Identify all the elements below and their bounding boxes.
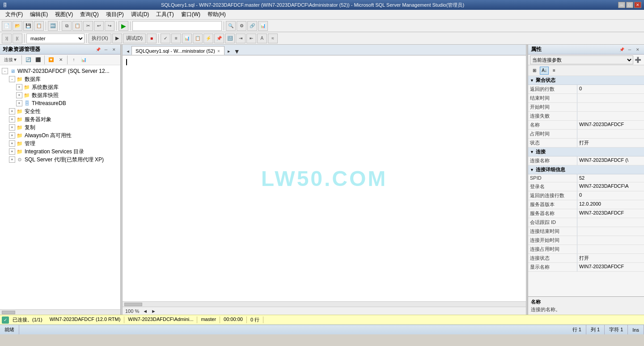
oe-unpin-btn[interactable]: ─ xyxy=(102,46,110,53)
editor-tab-close[interactable]: × xyxy=(217,49,220,54)
tree-db-snapshot[interactable]: + 📁 数据库快照 xyxy=(0,91,120,99)
tree-sys-db[interactable]: + 📁 系统数据库 xyxy=(0,83,120,91)
undo-btn[interactable]: ↩ xyxy=(94,21,104,31)
footer-left-arrow[interactable]: ◄ xyxy=(143,308,148,314)
oe-clear-filter-btn[interactable]: ✕ xyxy=(56,56,65,64)
footer-right-arrow[interactable]: ► xyxy=(151,308,156,314)
menu-tools[interactable]: 工具(T) xyxy=(153,10,177,19)
menu-file[interactable]: 文件(F) xyxy=(2,10,26,19)
sqlagent-expand-icon[interactable]: + xyxy=(9,156,15,163)
redo-btn[interactable]: ↪ xyxy=(105,21,114,31)
section-connection-header[interactable]: ▼ 连接 xyxy=(528,148,644,156)
oe-close-btn[interactable]: ✕ xyxy=(110,46,118,53)
oe-refresh-btn[interactable]: 🔄 xyxy=(24,56,33,64)
editor-tab-active[interactable]: SQLQuery1.sql - W...ministrator (52) × xyxy=(131,46,225,55)
editor-scroll-thumb[interactable] xyxy=(124,303,142,306)
menu-window[interactable]: 窗口(W) xyxy=(178,10,204,19)
search-input[interactable] xyxy=(132,21,222,31)
management-expand-icon[interactable]: + xyxy=(9,140,15,147)
debug-label-btn[interactable]: 调试(D) xyxy=(123,34,146,43)
toolbar-btn-extra2[interactable]: ⚙ xyxy=(237,21,246,31)
integration-expand-icon[interactable]: + xyxy=(9,148,15,155)
security-expand-icon[interactable]: + xyxy=(9,108,15,114)
tb2-btn11[interactable]: ⇤ xyxy=(246,34,256,43)
tree-thdb[interactable]: + 🗄 THtreasureDB xyxy=(0,99,120,107)
prop-close-btn[interactable]: ✕ xyxy=(634,46,641,53)
toolbar-btn-extra3[interactable]: 🔗 xyxy=(247,21,257,31)
prop-unpin-btn[interactable]: ─ xyxy=(626,46,633,53)
menu-view[interactable]: 视图(V) xyxy=(51,10,76,19)
tb2-btn6[interactable]: 📋 xyxy=(193,34,203,43)
snapshot-expand-icon[interactable]: + xyxy=(16,92,22,98)
prop-props-btn[interactable]: ≡ xyxy=(550,67,559,75)
tb2-btn5[interactable]: 📊 xyxy=(182,34,192,43)
prop-categorized-btn[interactable]: ⊞ xyxy=(530,67,539,75)
toolbar-btn-extra4[interactable]: 📊 xyxy=(258,21,268,31)
oe-report-btn[interactable]: 📊 xyxy=(79,56,88,64)
tb2-btn7[interactable]: ⚡ xyxy=(203,34,213,43)
prop-connection-selector[interactable]: 当前连接参数 xyxy=(530,55,633,64)
minimize-button[interactable]: ─ xyxy=(618,2,625,8)
oe-scrollbar[interactable] xyxy=(0,309,120,315)
tb2-btn4[interactable]: ≡ xyxy=(171,34,181,43)
tree-alwayson[interactable]: + 📁 AlwaysOn 高可用性 xyxy=(0,131,120,139)
oe-pin-btn[interactable]: 📌 xyxy=(94,46,102,53)
paste-btn[interactable]: 📋 xyxy=(72,21,82,31)
maximize-button[interactable]: □ xyxy=(626,2,633,8)
databases-expand-icon[interactable]: - xyxy=(9,76,15,82)
tree-management[interactable]: + 📁 管理 xyxy=(0,139,120,148)
oe-filter-btn[interactable]: 🔽 xyxy=(47,56,55,64)
oe-scroll-thumb[interactable] xyxy=(2,311,15,314)
stop-btn[interactable]: ■ xyxy=(147,34,157,43)
menu-edit[interactable]: 编辑(E) xyxy=(26,10,51,19)
menu-help[interactable]: 帮助(H) xyxy=(204,10,229,19)
tb2-btn12[interactable]: A xyxy=(257,34,267,43)
replication-expand-icon[interactable]: + xyxy=(9,124,15,131)
section-aggregate-header[interactable]: ▼ 聚合状态 xyxy=(528,76,644,85)
play-btn[interactable]: ▶ xyxy=(119,21,128,31)
save-btn[interactable]: 💾 xyxy=(23,21,33,31)
tb2-btn13[interactable]: ≈ xyxy=(268,34,278,43)
section-conn-detail-header[interactable]: ▼ 连接详细信息 xyxy=(528,165,644,174)
copy-btn[interactable]: ⧉ xyxy=(62,21,72,31)
tb2-btn2[interactable]: |⟨ xyxy=(13,34,22,43)
tab-left-btn[interactable]: ◄ xyxy=(124,48,131,55)
tb2-btn1[interactable]: ⟩| xyxy=(2,34,12,43)
new-query-btn2[interactable]: 🔤 xyxy=(48,21,58,31)
tb2-btn3[interactable]: ✓ xyxy=(161,34,170,43)
tab-add-btn[interactable]: ▼ xyxy=(233,48,241,55)
tb2-btn8[interactable]: 📌 xyxy=(214,34,224,43)
thdb-expand-icon[interactable]: + xyxy=(16,100,22,106)
tree-sqlagent[interactable]: + ⚙ SQL Server 代理(已禁用代理 XP) xyxy=(0,156,120,164)
server-obj-expand-icon[interactable]: + xyxy=(9,116,15,122)
sys-db-expand-icon[interactable]: + xyxy=(16,84,22,90)
oe-collapse-btn[interactable]: ↑ xyxy=(69,56,78,64)
tree-databases[interactable]: - 📁 数据库 xyxy=(0,75,120,83)
database-selector[interactable]: master xyxy=(26,34,85,43)
save-all-btn[interactable]: 📋 xyxy=(34,21,44,31)
tree-server-obj[interactable]: + 📁 服务器对象 xyxy=(0,115,120,123)
menu-debug[interactable]: 调试(D) xyxy=(127,10,153,19)
debug-button[interactable]: ▶ xyxy=(112,34,122,43)
close-button[interactable]: ✕ xyxy=(634,2,641,8)
open-btn[interactable]: 📂 xyxy=(13,21,22,31)
tree-integration[interactable]: + 📁 Integration Services 目录 xyxy=(0,148,120,156)
editor-scrollbar[interactable] xyxy=(123,301,526,307)
execute-button[interactable]: 执行(X) xyxy=(89,34,111,43)
server-expand-icon[interactable]: - xyxy=(2,68,8,74)
tb2-btn9[interactable]: 🔢 xyxy=(225,34,235,43)
prop-pin-btn[interactable]: 📌 xyxy=(618,46,625,53)
cut-btn[interactable]: ✂ xyxy=(83,21,93,31)
alwayson-expand-icon[interactable]: + xyxy=(9,132,15,139)
toolbar-btn-extra1[interactable]: 🔍 xyxy=(226,21,236,31)
menu-query[interactable]: 查询(Q) xyxy=(76,10,102,19)
tree-security[interactable]: + 📁 安全性 xyxy=(0,107,120,115)
tab-right-btn[interactable]: ► xyxy=(225,48,233,55)
tree-server-node[interactable]: - 🖥 WIN7-2023DAFDCF (SQL Server 12... xyxy=(0,67,120,75)
editor-content[interactable]: LW50.COM xyxy=(123,55,526,301)
new-query-btn[interactable]: 📄 xyxy=(2,21,12,31)
oe-stop-btn[interactable]: ⬛ xyxy=(34,56,42,64)
prop-add-button[interactable]: ➕ xyxy=(633,55,642,64)
oe-connect-btn[interactable]: 连接▼ xyxy=(2,56,20,64)
prop-alpha-btn[interactable]: A↓ xyxy=(540,67,549,75)
